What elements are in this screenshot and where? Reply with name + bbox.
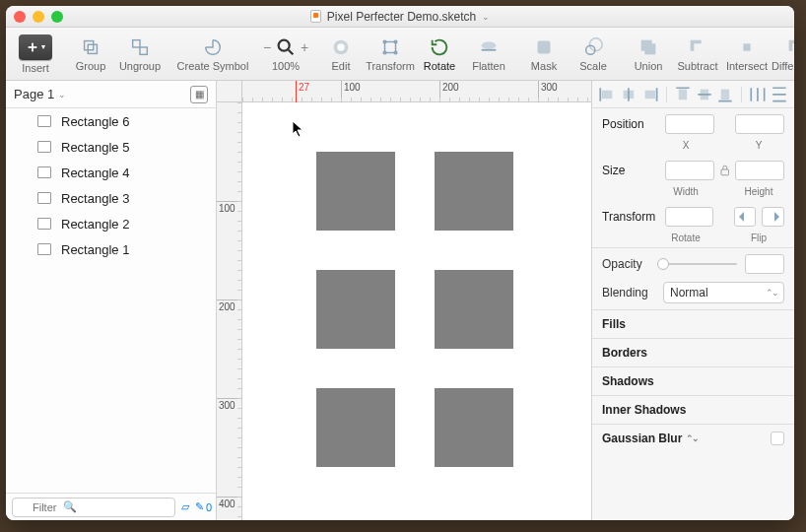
width-field[interactable] xyxy=(665,161,714,180)
filter-input[interactable] xyxy=(12,498,175,517)
subtract-button[interactable]: Subtract xyxy=(676,36,719,72)
opacity-slider[interactable] xyxy=(657,257,737,271)
svg-line-7 xyxy=(289,49,294,54)
union-button[interactable]: Union xyxy=(627,36,670,72)
zoom-in-button[interactable]: + xyxy=(297,37,312,57)
layer-item[interactable]: Rectangle 2 xyxy=(6,211,216,236)
close-button[interactable] xyxy=(14,11,26,23)
file-icon xyxy=(310,10,321,23)
ungroup-button[interactable]: Ungroup xyxy=(118,36,162,72)
opacity-row: Opacity xyxy=(592,247,794,280)
lock-icon[interactable] xyxy=(720,165,730,176)
y-field[interactable] xyxy=(735,114,784,134)
canvas[interactable] xyxy=(242,102,591,520)
difference-icon xyxy=(782,36,794,58)
mask-button[interactable]: Mask xyxy=(522,36,566,72)
blending-row: Blending Normal ⌃⌄ xyxy=(592,280,794,309)
blur-checkbox[interactable] xyxy=(771,432,784,445)
align-hcenter-button[interactable] xyxy=(620,86,638,103)
svg-rect-22 xyxy=(743,43,750,50)
scale-button[interactable]: Scale xyxy=(571,36,615,72)
edit-button[interactable]: Edit xyxy=(319,36,363,72)
flip-h-button[interactable] xyxy=(734,207,757,227)
ruler-horizontal[interactable]: 27 100 200 300 xyxy=(242,81,591,102)
scale-icon xyxy=(579,36,607,58)
minimize-button[interactable] xyxy=(33,11,44,23)
svg-rect-3 xyxy=(88,44,97,53)
opacity-field[interactable] xyxy=(745,254,784,274)
layers-count[interactable]: ✎0 xyxy=(195,500,212,513)
blend-mode-select[interactable]: Normal ⌃⌄ xyxy=(663,282,784,303)
titlebar: Pixel Perfecter Demo.sketch ⌄ xyxy=(6,6,794,28)
intersect-button[interactable]: Intersect xyxy=(725,36,769,72)
gaussian-blur-section[interactable]: Gaussian Blur ⌃⌄ xyxy=(592,424,794,452)
transform-icon xyxy=(376,36,404,58)
maximize-button[interactable] xyxy=(51,11,63,23)
shape-rectangle[interactable] xyxy=(435,388,513,467)
zoom-control[interactable]: − + 100% xyxy=(264,36,307,72)
rotate-button[interactable]: Rotate xyxy=(418,36,461,72)
ruler-vertical[interactable]: 100 200 300 400 xyxy=(217,102,242,520)
layer-item[interactable]: Rectangle 5 xyxy=(6,134,216,160)
shape-rectangle[interactable] xyxy=(316,270,395,349)
align-vcenter-button[interactable] xyxy=(696,86,713,103)
svg-rect-41 xyxy=(721,169,729,175)
rectangle-icon xyxy=(37,115,51,127)
ungroup-icon xyxy=(126,36,154,58)
layer-list: Rectangle 6 Rectangle 5 Rectangle 4 Rect… xyxy=(6,108,216,493)
rectangle-icon xyxy=(37,192,51,204)
flip-v-button[interactable] xyxy=(762,207,784,227)
union-icon xyxy=(635,36,662,58)
inner-shadows-section[interactable]: Inner Shadows xyxy=(592,395,794,424)
zoom-out-button[interactable]: − xyxy=(259,37,275,57)
artboard-icon[interactable]: ▦ xyxy=(190,86,208,103)
flatten-button[interactable]: Flatten xyxy=(467,36,510,72)
svg-rect-1 xyxy=(29,46,37,48)
align-left-button[interactable] xyxy=(598,86,616,103)
inspector-panel: Position XY Size WidthHeight Transform xyxy=(591,81,794,520)
svg-rect-32 xyxy=(701,90,707,99)
search-icon: 🔍 xyxy=(63,500,77,513)
svg-point-15 xyxy=(482,41,497,48)
layer-item[interactable]: Rectangle 1 xyxy=(6,236,216,262)
shape-rectangle[interactable] xyxy=(435,270,513,349)
insert-button[interactable]: ▾ Insert xyxy=(14,34,57,74)
magnifier-icon xyxy=(275,36,297,58)
layer-item[interactable]: Rectangle 6 xyxy=(6,108,216,134)
create-symbol-button[interactable]: Create Symbol xyxy=(173,36,252,72)
shape-rectangle[interactable] xyxy=(316,152,395,231)
rectangle-icon xyxy=(37,166,51,178)
shadows-section[interactable]: Shadows xyxy=(592,366,794,395)
difference-button[interactable]: Difference xyxy=(774,36,794,72)
left-footer: 🔍 ▱ ✎0 xyxy=(6,493,216,520)
size-row: Size xyxy=(592,155,794,186)
align-right-button[interactable] xyxy=(641,86,659,103)
align-bottom-button[interactable] xyxy=(716,86,734,103)
page-selector[interactable]: Page 1 ⌄ ▦ xyxy=(6,81,216,108)
shape-rectangle[interactable] xyxy=(435,152,513,231)
transform-button[interactable]: Transform xyxy=(369,36,412,72)
distribute-h-button[interactable] xyxy=(749,86,767,103)
fills-section[interactable]: Fills xyxy=(592,309,794,338)
svg-rect-24 xyxy=(602,91,611,98)
shape-rectangle[interactable] xyxy=(316,388,395,467)
subtract-icon xyxy=(684,36,711,58)
svg-rect-16 xyxy=(482,48,497,50)
filename-label: Pixel Perfecter Demo.sketch xyxy=(327,10,476,24)
layer-item[interactable]: Rectangle 4 xyxy=(6,160,216,185)
toolbar: ▾ Insert Group Ungroup Create Symbol − +… xyxy=(6,28,794,81)
left-panel: Page 1 ⌄ ▦ Rectangle 6 Rectangle 5 Recta… xyxy=(6,81,217,520)
layer-item[interactable]: Rectangle 3 xyxy=(6,185,216,211)
chevron-down-icon[interactable]: ⌄ xyxy=(482,12,490,22)
align-top-button[interactable] xyxy=(674,86,692,103)
borders-section[interactable]: Borders xyxy=(592,338,794,366)
distribute-v-button[interactable] xyxy=(771,86,788,103)
svg-rect-4 xyxy=(133,39,140,46)
x-field[interactable] xyxy=(665,114,714,134)
rotate-field[interactable] xyxy=(665,207,713,227)
chevron-down-icon: ⌄ xyxy=(58,90,66,100)
group-button[interactable]: Group xyxy=(69,36,112,72)
svg-point-9 xyxy=(337,43,344,50)
pages-icon[interactable]: ▱ xyxy=(181,500,189,513)
height-field[interactable] xyxy=(735,161,784,180)
